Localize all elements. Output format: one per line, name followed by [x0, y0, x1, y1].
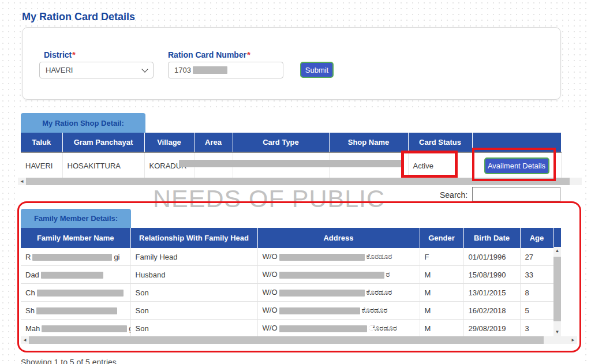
scroll-left-icon[interactable]: ◄ [21, 336, 29, 344]
scroll-down-icon[interactable]: ▼ [553, 328, 561, 336]
search-input[interactable] [472, 187, 560, 201]
col-family-member-name: Family Member Name [21, 228, 130, 248]
required-asterisk: * [247, 50, 250, 59]
district-select[interactable]: HAVERI [39, 62, 154, 78]
age-cell: 33 [520, 266, 553, 284]
family-table-wrap: Family Member Name Relationship With Fam… [21, 228, 561, 337]
ration-card-number-value: 1703 [174, 66, 191, 74]
gender-cell: F [420, 248, 463, 266]
taluk-cell: HAVERI [21, 152, 62, 179]
member-name-cell: Mahgi [21, 320, 130, 337]
submit-button[interactable]: Submit [300, 62, 334, 78]
scroll-right-icon[interactable]: ► [569, 336, 577, 344]
gender-cell: M [420, 302, 463, 320]
scroll-left-icon[interactable]: ◄ [18, 178, 26, 185]
shop-table: Taluk Gram Panchayat Village Area Card T… [21, 133, 562, 179]
redaction-bar [42, 325, 127, 332]
actions-cell: Availment Details [472, 152, 561, 179]
family-row: Rgi Family Head W/Oಕೊರಡೂರ F 01/01/1996 2… [21, 248, 553, 266]
redaction-bar [193, 66, 227, 74]
col-card-type: Card Type [233, 133, 329, 152]
col-actions [472, 133, 561, 152]
relationship-cell: Husband [130, 266, 257, 284]
relationship-cell: Son [130, 320, 257, 337]
family-table-header: Family Member Name Relationship With Fam… [21, 228, 561, 248]
col-village: Village [144, 133, 194, 152]
relationship-cell: Son [130, 302, 257, 320]
col-scroll-spacer [553, 228, 561, 248]
birth-date-cell: 01/01/1996 [463, 248, 520, 266]
ration-card-number-label: Ration Card Number* [168, 50, 250, 59]
member-name-cell: Ch [21, 284, 130, 302]
family-row: Sh Son W/Oಕೊರಡೂರ M 16/02/2018 5 [21, 302, 553, 320]
family-horizontal-scrollbar[interactable]: ◄ ► [21, 336, 577, 344]
scrollbar-thumb[interactable] [29, 336, 544, 344]
family-vertical-scrollbar[interactable]: ▲ ▼ [553, 247, 561, 336]
watermark-text: NEEDS OF PUBLIC [153, 185, 385, 213]
redaction-bar [279, 325, 367, 332]
relationship-cell: Family Head [130, 248, 257, 266]
card-status-cell: Active [408, 152, 472, 179]
col-taluk: Taluk [21, 133, 62, 152]
redaction-bar [41, 272, 103, 279]
address-cell: W/Oಕೊರಡೂರ [257, 284, 420, 302]
member-name-cell: Sh [21, 302, 130, 320]
entries-summary: Showing 1 to 5 of 5 entries [21, 358, 117, 364]
scroll-up-icon[interactable]: ▲ [553, 247, 561, 255]
address-cell: W/Oೊರಡೂರ [257, 320, 420, 337]
col-card-status: Card Status [408, 133, 472, 152]
redaction-bar [279, 254, 365, 261]
shop-table-wrap: Taluk Gram Panchayat Village Area Card T… [21, 133, 561, 179]
member-name-cell: Rgi [21, 248, 130, 266]
scrollbar-thumb[interactable] [553, 257, 561, 321]
redaction-bar [279, 272, 384, 279]
age-cell: 5 [520, 302, 553, 320]
shop-header-row: Taluk Gram Panchayat Village Area Card T… [21, 133, 561, 152]
age-cell: 8 [520, 284, 553, 302]
address-cell: W/Oರ [257, 266, 420, 284]
col-area: Area [194, 133, 233, 152]
redaction-bar [32, 254, 112, 261]
birth-date-cell: 16/02/2018 [463, 302, 520, 320]
redaction-bar [279, 290, 365, 297]
family-header-row: Family Member Name Relationship With Fam… [21, 228, 561, 248]
family-row: Dad Husband W/Oರ M 15/08/1990 33 [21, 266, 553, 284]
col-age: Age [520, 228, 553, 248]
ration-card-number-input[interactable]: 1703 [168, 62, 283, 78]
col-shop-name: Shop Name [329, 133, 408, 152]
search-form-card: District* HAVERI Ration Card Number* 170… [22, 27, 561, 100]
district-select-value: HAVERI [46, 66, 73, 74]
gender-cell: M [420, 284, 463, 302]
redaction-bar [36, 307, 117, 314]
required-asterisk: * [72, 50, 75, 59]
redaction-bar [279, 307, 360, 314]
family-details-tab: Family Member Details: [21, 209, 131, 228]
address-cell: W/Oಕೊರಡೂರ [257, 302, 420, 320]
col-birth-date: Birth Date [463, 228, 520, 248]
age-cell: 27 [520, 248, 553, 266]
birth-date-cell: 13/01/2015 [463, 284, 520, 302]
family-table-body: Rgi Family Head W/Oಕೊರಡೂರ F 01/01/1996 2… [21, 248, 554, 337]
redaction-bar [179, 160, 404, 167]
col-gender: Gender [420, 228, 463, 248]
gender-cell: M [420, 266, 463, 284]
district-label: District* [44, 50, 76, 59]
page-title: My Ration Card Details [22, 11, 135, 23]
birth-date-cell: 15/08/1990 [463, 266, 520, 284]
col-address: Address [257, 228, 420, 248]
search-label: Search: [440, 190, 467, 200]
availment-details-button[interactable]: Availment Details [484, 157, 549, 174]
age-cell: 3 [520, 320, 553, 337]
member-name-cell: Dad [21, 266, 130, 284]
gram-panchayat-cell: HOSAKITTURA [62, 152, 144, 179]
birth-date-cell: 29/08/2019 [463, 320, 520, 337]
gender-cell: M [420, 320, 463, 337]
col-relationship: Relationship With Family Head [130, 228, 257, 248]
chevron-down-icon [141, 66, 148, 72]
family-row: Ch Son W/Oಕೊರಡೂರ M 13/01/2015 8 [21, 284, 553, 302]
relationship-cell: Son [130, 284, 257, 302]
redaction-bar [37, 290, 124, 297]
family-row: Mahgi Son W/Oೊರಡೂರ M 29/08/2019 3 [21, 320, 553, 337]
col-gram-panchayat: Gram Panchayat [62, 133, 144, 152]
shop-detail-tab: My Ration Shop Detail: [21, 113, 145, 133]
